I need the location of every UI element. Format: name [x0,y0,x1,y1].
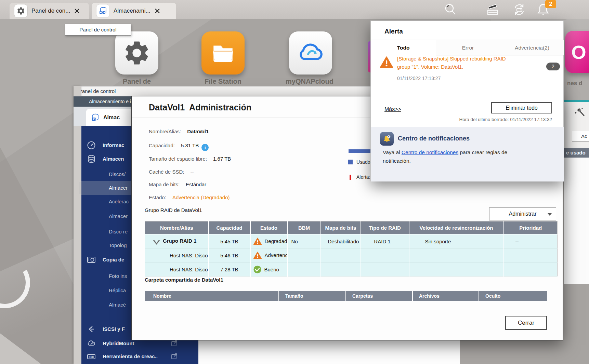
field-nombre-alias: Nombre/Alias:DataVol1 [149,129,209,134]
window-left-edge [74,86,81,364]
notification-center-text: Vaya al Centro de notificaciones para cr… [383,148,507,165]
myqnapcloud-app-icon[interactable] [289,31,332,75]
col-header[interactable]: Carpetas [346,291,413,301]
eliminar-todo-button[interactable]: Eliminar todo [491,102,552,113]
warning-icon [253,238,262,245]
field-value-warning: Advertencia (Degradado) [172,194,230,200]
cloud-mount-icon [87,339,96,348]
table-row-raid-group[interactable]: Grupo RAID 1 5.45 TB Degradado No Deshab… [145,234,558,248]
database-icon [87,154,96,163]
mas-link[interactable]: Más>> [384,106,401,112]
legend-used: Usado [348,159,370,165]
col-header[interactable]: Archivos [413,291,479,301]
ok-icon [253,266,261,273]
topbar-divider [570,4,570,15]
external-link-icon [171,353,178,360]
svg-text:SSD: SSD [89,355,94,359]
chevron-down-icon [548,213,552,216]
administrar-button[interactable]: Administrar [489,207,556,220]
alert-popup: Alerta Todo Error Advertencia(2) [Storag… [370,21,564,181]
alert-threshold-marker [350,175,351,180]
ssd-icon: SSD [87,352,96,361]
tab-todo[interactable]: Todo [371,40,436,55]
col-header[interactable]: Tipo de RAID [361,221,409,234]
chevron-down-icon[interactable] [153,240,160,245]
field-capacidad: Capacidad:5.31 TBi [149,143,209,151]
raid-section-label: Grupo RAID de DataVol1 [145,207,202,213]
info-icon[interactable]: i [201,144,209,151]
tab-almacenamiento[interactable]: Almacenami... [92,3,176,19]
alert-count-badge: 2 [546,63,560,70]
field-estado: Estado:Advertencia (Degradado) [149,194,230,200]
popup-title: Alerta [384,28,403,35]
col-header[interactable]: Tamaño [279,291,346,301]
tab-error[interactable]: Error [436,40,500,55]
storage-window-toolbar: Ac [564,102,589,148]
col-header[interactable]: Oculto [479,291,547,301]
myqnapcloud-label: myQNAPcloud [272,78,347,85]
col-header[interactable]: Prioridad [504,221,558,234]
pink-app-icon[interactable]: O [565,31,589,73]
snapshot-camera-icon [87,255,96,264]
tab-advertencia[interactable]: Advertencia(2) [500,40,564,55]
storage-window-table-body [564,158,589,284]
field-mapa-bits: Mapa de bits:Estándar [149,181,206,187]
storage-icon [90,113,100,122]
cerrar-button[interactable]: Cerrar [505,316,547,330]
shared-folder-table: Nombre Tamaño Carpetas Archivos Oculto [145,291,547,301]
field-value: 1.67 TB [213,156,231,162]
shared-folder-section-label: Carpeta compartida de DataVol1 [145,277,223,283]
alert-timestamp: 01/11/2022 17:13:27 [397,76,441,81]
close-icon[interactable] [74,8,80,14]
sidebar-collapse-handle[interactable] [79,182,81,194]
table-row-disk1[interactable]: Host NAS: Disco 1 5.46 TB Advertencia [145,248,558,262]
notification-center-link[interactable]: Centro de notificaciones [402,149,458,155]
col-header[interactable]: Estado [250,221,288,234]
sync-status-icon[interactable] [512,2,527,17]
close-icon[interactable] [155,8,160,14]
tab-panel-de-control[interactable]: Panel de con... [10,3,89,19]
espacio-usado-column-header[interactable]: e usado [564,148,589,158]
tab-label: Panel de con... [31,8,70,14]
sidebar-item-herramienta-creacion[interactable]: SSD Herramienta de creac.. [81,350,198,363]
storage-window-accent-bar [564,100,589,102]
window-title: Panel de control [79,88,116,94]
col-header[interactable]: Mapa de bits [321,221,361,234]
col-header[interactable]: Nombre [145,291,279,301]
col-header[interactable]: Velocidad de resincronización [409,221,504,234]
hidden-app-icon [368,41,370,72]
notification-center-title: Centro de notificaciones [398,135,470,142]
field-espacio-libre: Tamaño del espacio libre:1.67 TB [149,156,231,162]
alert-message-line1[interactable]: [Storage & Snapshots] Skipped rebuilding… [397,56,506,62]
col-header[interactable]: Nombre/Alias [145,221,209,234]
used-legend-swatch [348,160,353,164]
dialog-title: DataVol1 Administración [149,103,251,112]
field-value: -- [190,169,194,175]
table-row-disk2[interactable]: Host NAS: Disco 2 (... 7.28 TB Bueno [145,262,558,277]
field-cache-ssd: Caché de SSD:-- [149,169,194,175]
warning-icon [253,252,262,259]
alert-message-line2[interactable]: group "1". Volume: DataVol1. [397,64,463,70]
raid-group-table: Nombre/Alias Capacidad Estado BBM Mapa d… [145,221,558,277]
field-value: Estándar [186,181,206,187]
storage-icon [96,4,109,17]
magic-wand-icon[interactable] [575,107,586,118]
notification-count-badge: 2 [545,0,556,8]
search-icon[interactable] [443,2,458,17]
warning-icon [380,56,393,68]
notification-center-section: Centro de notificaciones Vaya al Centro … [371,127,564,181]
col-header[interactable]: Capacidad [209,221,250,234]
window-content-bottom [198,340,460,364]
gear-icon [14,4,27,17]
topbar-divider [471,4,471,15]
field-value: 5.31 TB [181,143,199,148]
tab-label: Almacenami... [114,8,150,14]
file-station-app-icon[interactable] [201,31,245,75]
col-header[interactable]: BBM [288,221,321,234]
acciones-button[interactable]: Ac [572,131,589,141]
panel-de-control-label: Panel de [99,78,174,85]
panel-de-control-app-icon[interactable] [115,31,158,75]
background-tasks-icon[interactable] [485,2,500,17]
pink-app-label: nes d [567,80,582,87]
notification-center-icon [380,132,394,146]
